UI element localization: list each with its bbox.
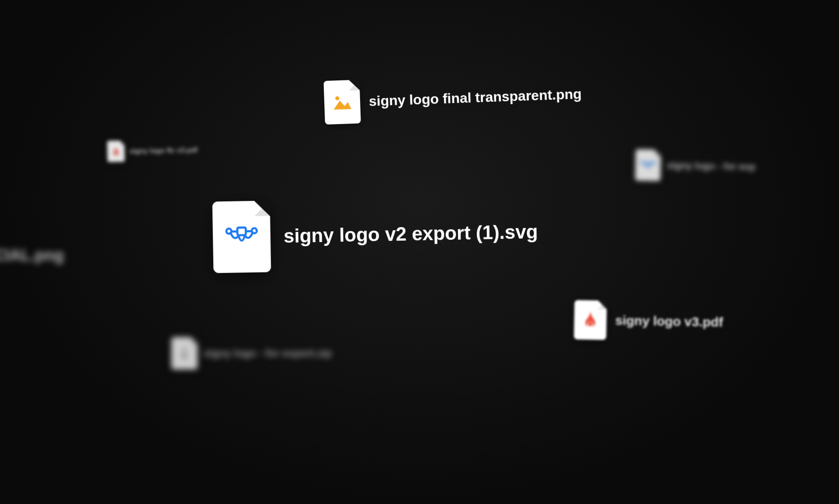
file-item-pdf-v3[interactable]: signy logo v3.pdf <box>574 300 723 342</box>
file-item-svg-v2-export[interactable]: signy logo v2 export (1).svg <box>212 196 539 273</box>
file-item-png-transparent[interactable]: signy logo final transparent.png <box>323 72 582 124</box>
file-name-label: signy logo - for export.zip <box>204 347 332 359</box>
pdf-file-icon <box>107 141 125 162</box>
svg-point-2 <box>641 162 643 164</box>
file-name-label: go SOCIAL.png <box>0 246 64 265</box>
svg-rect-11 <box>184 352 185 354</box>
file-item-pdf-flc[interactable]: signy logo flc v3.pdf <box>107 139 198 162</box>
svg-rect-10 <box>184 350 185 352</box>
image-file-icon <box>323 79 361 124</box>
file-item-zip-export[interactable]: signy logo - for export.zip <box>171 337 332 369</box>
pdf-file-icon <box>574 300 607 340</box>
svg-rect-6 <box>237 228 246 235</box>
svg-rect-13 <box>184 356 185 357</box>
file-item-png-social-partial[interactable]: go SOCIAL.png <box>0 246 64 265</box>
vector-file-icon <box>212 200 271 273</box>
zip-file-icon <box>171 337 198 369</box>
file-name-label: signy logo v2 export (1).svg <box>284 221 538 247</box>
file-name-label: signy logo v3.pdf <box>615 313 723 330</box>
svg-point-3 <box>653 162 655 164</box>
file-item-svg-export-partial[interactable]: signy logo - for exp <box>635 149 756 183</box>
svg-rect-9 <box>184 348 185 349</box>
vector-file-icon <box>635 149 661 181</box>
file-name-label: signy logo flc v3.pdf <box>129 146 198 155</box>
file-scatter-canvas: signy logo final transparent.png signy l… <box>0 0 839 504</box>
file-name-label: signy logo final transparent.png <box>368 86 582 109</box>
svg-point-0 <box>335 96 339 100</box>
svg-rect-1 <box>646 162 650 166</box>
file-name-label: signy logo - for exp <box>667 160 756 173</box>
